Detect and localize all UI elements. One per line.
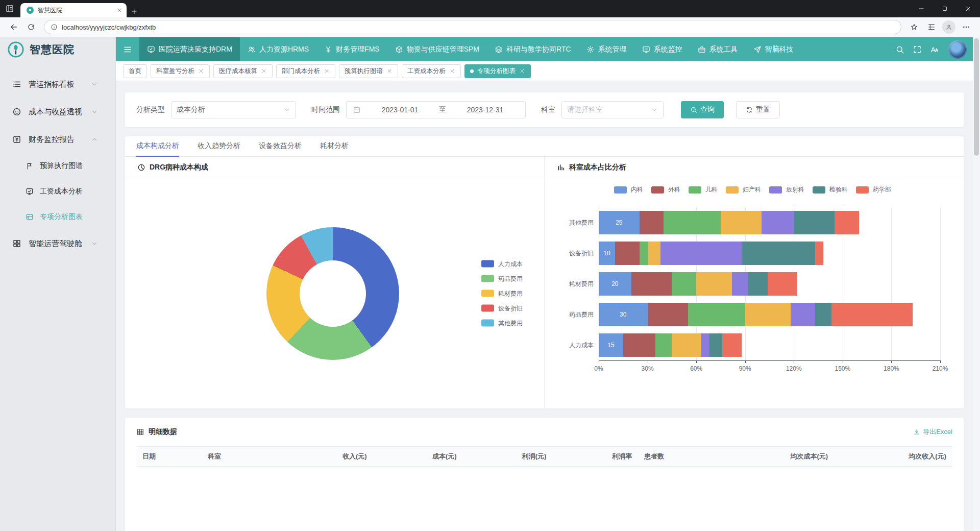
- sidebar-item-4[interactable]: 预算执行图谱: [0, 153, 115, 179]
- reload-button[interactable]: [23, 19, 39, 35]
- nav-item-5[interactable]: 科研与教学协同RTC: [487, 37, 579, 61]
- bar-legend-item[interactable]: 内科: [614, 185, 643, 194]
- sidebar-item-2[interactable]: 成本与收益透视: [0, 98, 115, 126]
- donut-legend-item[interactable]: 设备折旧: [481, 304, 523, 312]
- fullscreen-icon[interactable]: [909, 41, 926, 58]
- sidebar-item-3[interactable]: 财务监控报告: [0, 126, 115, 153]
- legend-swatch: [689, 186, 701, 194]
- bar-chart[interactable]: 2510203015: [599, 207, 940, 361]
- bar-legend-item[interactable]: 儿科: [689, 185, 718, 194]
- reset-button[interactable]: 重置: [736, 101, 780, 118]
- sidebar-item-7[interactable]: 智能运营驾驶舱: [0, 230, 115, 257]
- filter-panel: 分析类型 成本分析 时间范围 2023-01-01 至 2023-12-31 科…: [125, 92, 964, 127]
- page-tab-4[interactable]: 部门成本分析: [276, 64, 335, 78]
- font-size-icon[interactable]: [926, 41, 943, 58]
- legend-swatch: [481, 290, 494, 297]
- tab-close-icon[interactable]: [449, 68, 455, 74]
- collapse-menu-button[interactable]: [116, 37, 139, 61]
- charts-panel: 成本构成分析收入趋势分析设备效益分析耗材分析 DRG病种成本构成 人力成本药品费…: [125, 136, 964, 408]
- wallet-icon: [12, 135, 21, 144]
- detail-table-header: 日期科室收入(元)成本(元)利润(元)利润率患者数均次成本(元)均次收入(元): [136, 446, 952, 467]
- bar-segment-检验科: [815, 303, 831, 326]
- tab-close-icon[interactable]: [519, 68, 525, 74]
- chart-tab-1[interactable]: 成本构成分析: [136, 136, 179, 157]
- face-icon: [12, 107, 21, 116]
- page-tab-3[interactable]: 医疗成本核算: [213, 64, 273, 78]
- donut-legend-item[interactable]: 耗材费用: [481, 289, 523, 298]
- nav-item-1[interactable]: 医院运营决策支持DRM: [139, 37, 240, 61]
- bar-row: 10: [599, 238, 940, 269]
- y-category-label: 耗材费用: [565, 269, 599, 299]
- bar-segment-放射科: [732, 272, 748, 296]
- app-logo[interactable]: 智慧医院: [0, 37, 115, 61]
- new-tab-button[interactable]: [131, 8, 138, 15]
- analysis-type-value: 成本分析: [177, 105, 205, 114]
- page-tab-2[interactable]: 科室盈亏分析: [151, 64, 210, 78]
- table-column-header: 利润(元): [463, 447, 553, 466]
- window-maximize-button[interactable]: [933, 0, 957, 17]
- browser-menu-icon[interactable]: [959, 19, 974, 35]
- bar-legend-item[interactable]: 放射科: [769, 185, 804, 194]
- sidebar-item-5[interactable]: 工资成本分析: [0, 179, 115, 204]
- analysis-type-select[interactable]: 成本分析: [171, 101, 296, 118]
- user-avatar[interactable]: [948, 40, 967, 59]
- nav-item-6[interactable]: 系统管理: [579, 37, 634, 61]
- address-bar[interactable]: localhost/yyyyjczc/cwjkbg/zxfxtb: [44, 20, 901, 34]
- collections-icon[interactable]: [924, 19, 939, 35]
- url-text: localhost/yyyyjczc/cwjkbg/zxfxtb: [62, 23, 156, 31]
- tab-close-icon[interactable]: [198, 68, 204, 74]
- global-search-icon[interactable]: [891, 41, 909, 58]
- back-button[interactable]: [6, 19, 21, 35]
- sidebar-item-1[interactable]: 营运指标看板: [0, 70, 115, 98]
- nav-item-7[interactable]: 系统监控: [634, 37, 690, 61]
- browser-titlebar: 智慧医院: [0, 0, 980, 17]
- date-start-value[interactable]: 2023-01-01: [366, 106, 434, 114]
- nav-item-3[interactable]: 财务管理FMS: [316, 37, 387, 61]
- date-range-picker[interactable]: 2023-01-01 至 2023-12-31: [346, 101, 526, 118]
- axis-tick: [940, 360, 941, 363]
- window-close-button[interactable]: [957, 0, 980, 17]
- department-select[interactable]: 请选择科室: [561, 101, 664, 118]
- browser-profile-avatar[interactable]: [942, 20, 955, 34]
- nav-item-2[interactable]: 人力资源HRMS: [240, 37, 316, 61]
- export-excel-button[interactable]: 导出Excel: [913, 427, 952, 437]
- sidebar: 智慧医院 营运指标看板成本与收益透视财务监控报告预算执行图谱工资成本分析专项分析…: [0, 37, 116, 531]
- window-minimize-button[interactable]: [910, 0, 933, 17]
- bookmark-star-icon[interactable]: [906, 19, 922, 35]
- page-tab-1[interactable]: 首页: [123, 64, 147, 78]
- legend-swatch: [481, 320, 494, 327]
- donut-chart[interactable]: [266, 227, 399, 360]
- page-tab-6[interactable]: 工资成本分析: [402, 64, 461, 78]
- page-tab-7[interactable]: 专项分析图表: [464, 64, 531, 78]
- donut-legend-item[interactable]: 其他费用: [481, 319, 523, 327]
- tab-close-icon[interactable]: [324, 68, 330, 74]
- date-end-value[interactable]: 2023-12-31: [451, 106, 519, 114]
- browser-tab[interactable]: 智慧医院: [20, 3, 127, 17]
- scrollbar-thumb[interactable]: [974, 38, 979, 156]
- grid-icon: [136, 428, 144, 436]
- bar-legend-item[interactable]: 检验科: [813, 185, 848, 194]
- nav-item-8[interactable]: 系统工具: [690, 37, 746, 61]
- donut-legend-item[interactable]: 人力成本: [481, 259, 523, 268]
- chart-tab-3[interactable]: 设备效益分析: [259, 136, 302, 157]
- chart-tab-4[interactable]: 耗材分析: [320, 136, 349, 157]
- bar-legend-item[interactable]: 妇产科: [726, 185, 761, 194]
- chart-tab-2[interactable]: 收入趋势分析: [198, 136, 240, 157]
- search-button[interactable]: 查询: [681, 101, 724, 118]
- bar-legend-item[interactable]: 外科: [651, 185, 680, 194]
- tab-actions-icon[interactable]: [5, 4, 14, 13]
- bar-segment-检验科: [748, 272, 768, 296]
- tab-close-icon[interactable]: [116, 7, 122, 13]
- bar-legend-item[interactable]: 药学部: [856, 185, 891, 194]
- tab-close-icon[interactable]: [386, 68, 393, 74]
- bar-segment-药学部: [768, 272, 797, 296]
- site-info-icon[interactable]: [51, 23, 58, 31]
- tab-close-icon[interactable]: [261, 68, 267, 74]
- bar-segment-放射科: [660, 242, 742, 265]
- sidebar-item-6[interactable]: 专项分析图表: [0, 204, 115, 230]
- browser-toolbar: localhost/yyyyjczc/cwjkbg/zxfxtb: [0, 17, 980, 37]
- page-tab-5[interactable]: 预算执行图谱: [339, 64, 398, 78]
- nav-item-4[interactable]: 物资与供应链管理SPM: [387, 37, 487, 61]
- donut-legend-item[interactable]: 药品费用: [481, 274, 523, 283]
- nav-item-9[interactable]: 智脑科技: [746, 37, 801, 61]
